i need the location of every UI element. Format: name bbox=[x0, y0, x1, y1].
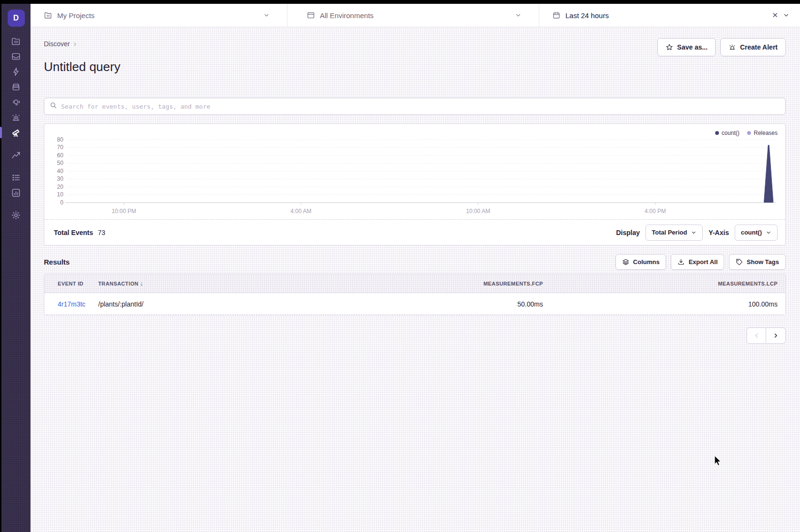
svg-text:30: 30 bbox=[57, 175, 64, 182]
discover-telescope-icon bbox=[11, 127, 21, 138]
sidebar-item-discover[interactable] bbox=[1, 125, 31, 140]
svg-text:60: 60 bbox=[57, 152, 64, 159]
sidebar: D bbox=[0, 4, 31, 532]
total-events: Total Events73 bbox=[54, 229, 105, 236]
projects-icon bbox=[11, 36, 21, 46]
releases-series-dot-icon bbox=[747, 131, 751, 135]
window-top-strip bbox=[0, 0, 800, 4]
chevron-down-icon bbox=[515, 12, 522, 19]
chevron-down-icon bbox=[766, 230, 771, 235]
discover-page: Discover › Save as... Create Alert Un bbox=[31, 27, 800, 532]
projects-folder-icon bbox=[44, 11, 52, 20]
chart-legend: count() Releases bbox=[715, 130, 778, 136]
issues-icon bbox=[11, 51, 21, 61]
user-feedback-icon bbox=[11, 97, 21, 107]
chevron-right-icon bbox=[772, 332, 779, 339]
fcp-cell: 50.00ms bbox=[327, 300, 551, 308]
project-selector[interactable]: My Projects bbox=[31, 4, 287, 27]
svg-text:80: 80 bbox=[57, 136, 64, 143]
column-header-transaction[interactable]: TRANSACTION↓ bbox=[98, 280, 327, 287]
column-header-event-id[interactable]: EVENT ID bbox=[44, 281, 98, 286]
tag-icon bbox=[736, 258, 743, 266]
event-id-link[interactable]: 4r17m3tc bbox=[58, 300, 85, 308]
svg-text:70: 70 bbox=[57, 144, 64, 151]
sidebar-item-projects[interactable] bbox=[1, 33, 31, 49]
chevron-down-icon bbox=[263, 12, 270, 19]
save-as-button[interactable]: Save as... bbox=[657, 38, 716, 56]
date-range-selector[interactable]: Last 24 hours ✕ bbox=[539, 4, 800, 27]
display-label: Display bbox=[616, 229, 640, 236]
svg-text:50: 50 bbox=[57, 160, 64, 166]
sidebar-item-settings[interactable] bbox=[1, 207, 31, 223]
y-axis-select[interactable]: count() bbox=[735, 225, 778, 241]
columns-button[interactable]: Columns bbox=[615, 254, 667, 270]
performance-icon bbox=[11, 67, 21, 77]
lcp-cell: 100.00ms bbox=[551, 300, 785, 308]
svg-text:40: 40 bbox=[57, 168, 64, 174]
mouse-cursor bbox=[714, 455, 722, 469]
star-icon bbox=[666, 43, 673, 51]
create-alert-button[interactable]: Create Alert bbox=[720, 38, 786, 56]
stats-icon bbox=[11, 188, 21, 198]
svg-text:0: 0 bbox=[60, 199, 63, 206]
show-tags-button[interactable]: Show Tags bbox=[729, 254, 786, 270]
layers-icon bbox=[622, 258, 629, 266]
sidebar-item-user-feedback[interactable] bbox=[1, 94, 31, 110]
svg-text:10:00 AM: 10:00 AM bbox=[466, 208, 491, 215]
releases-icon bbox=[11, 82, 21, 92]
results-table-header: EVENT ID TRANSACTION↓ MEASUREMENTS.FCP M… bbox=[44, 274, 785, 293]
activity-list-icon bbox=[11, 173, 21, 183]
sidebar-item-stats[interactable] bbox=[1, 185, 31, 200]
y-axis-label: Y-Axis bbox=[708, 229, 729, 236]
display-select[interactable]: Total Period bbox=[646, 225, 703, 241]
calendar-icon bbox=[552, 11, 561, 20]
search-input[interactable] bbox=[61, 103, 780, 110]
sort-desc-icon: ↓ bbox=[140, 280, 143, 287]
dashboards-icon bbox=[11, 150, 21, 160]
sidebar-item-issues[interactable] bbox=[1, 49, 31, 64]
sidebar-item-activity[interactable] bbox=[1, 170, 31, 185]
siren-icon bbox=[728, 43, 736, 51]
column-header-measurements-fcp[interactable]: MEASUREMENTS.FCP bbox=[327, 281, 551, 286]
table-row: 4r17m3tc /plants/:plantId/ 50.00ms 100.0… bbox=[44, 293, 785, 315]
settings-gear-icon bbox=[11, 210, 21, 220]
download-icon bbox=[677, 258, 685, 266]
window-icon bbox=[307, 11, 315, 20]
pagination bbox=[44, 327, 786, 344]
sidebar-item-performance[interactable] bbox=[1, 64, 31, 79]
results-heading: Results bbox=[44, 258, 70, 266]
events-over-time-chart[interactable]: 0102030405060708010:00 PM4:00 AM10:00 AM… bbox=[44, 124, 785, 220]
search-bar bbox=[44, 98, 786, 115]
events-chart-panel: count() Releases 0102030405060708010:00 … bbox=[44, 123, 786, 246]
total-events-value: 73 bbox=[98, 229, 105, 236]
breadcrumb-chevron-icon: › bbox=[73, 40, 76, 48]
project-selector-label: My Projects bbox=[57, 11, 94, 20]
chevron-down-icon bbox=[783, 12, 790, 19]
export-all-button[interactable]: Export All bbox=[671, 254, 724, 270]
next-page-button[interactable] bbox=[766, 327, 786, 344]
chevron-left-icon bbox=[753, 332, 760, 339]
clear-date-icon[interactable]: ✕ bbox=[772, 11, 778, 20]
results-table: EVENT ID TRANSACTION↓ MEASUREMENTS.FCP M… bbox=[44, 274, 786, 315]
page-title: Untitled query bbox=[44, 59, 786, 75]
environment-selector[interactable]: All Environments bbox=[287, 4, 539, 27]
svg-text:4:00 PM: 4:00 PM bbox=[645, 208, 666, 215]
svg-text:20: 20 bbox=[57, 184, 64, 190]
date-range-label: Last 24 hours bbox=[565, 11, 609, 20]
svg-text:4:00 AM: 4:00 AM bbox=[290, 208, 311, 215]
chart-footer: Total Events73 Display Total Period Y-Ax… bbox=[44, 219, 785, 245]
previous-page-button bbox=[747, 327, 766, 344]
transaction-cell: /plants/:plantId/ bbox=[98, 300, 327, 308]
search-icon bbox=[50, 102, 57, 111]
sidebar-item-alerts[interactable] bbox=[1, 110, 31, 125]
global-header: My Projects All Environments bbox=[31, 4, 800, 27]
breadcrumb-discover[interactable]: Discover bbox=[44, 40, 70, 48]
column-header-measurements-lcp[interactable]: MEASUREMENTS.LCP bbox=[551, 281, 785, 286]
legend-item-releases[interactable]: Releases bbox=[747, 130, 778, 136]
count-series-dot-icon bbox=[715, 131, 719, 135]
sidebar-item-releases[interactable] bbox=[1, 79, 31, 94]
sidebar-item-dashboards[interactable] bbox=[1, 147, 31, 163]
legend-item-count[interactable]: count() bbox=[715, 130, 739, 136]
svg-text:10:00 PM: 10:00 PM bbox=[112, 208, 136, 215]
org-avatar[interactable]: D bbox=[8, 10, 25, 27]
